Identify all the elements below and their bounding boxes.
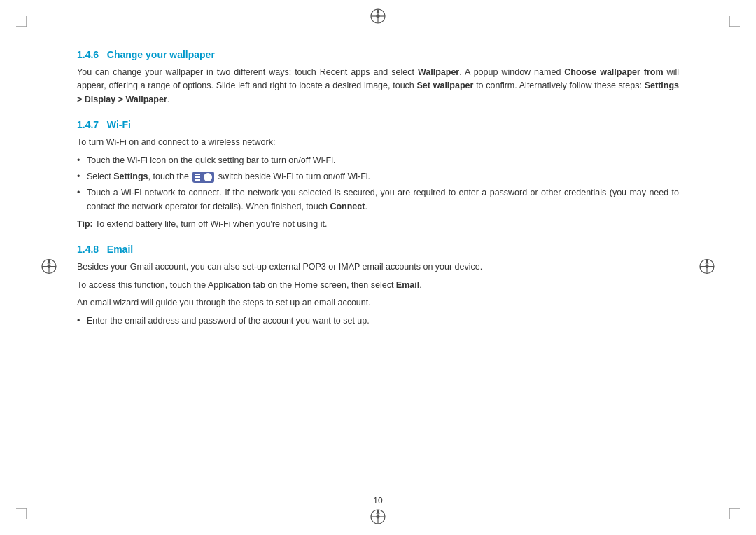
bullet-147-3-text: Touch a Wi-Fi network to connect. If the… — [87, 188, 679, 211]
toggle-bar-3 — [195, 179, 200, 181]
svg-point-23 — [706, 265, 708, 268]
section-148-body1: Besides your Gmail account, you can also… — [77, 260, 679, 274]
section-147-intro: To turn Wi-Fi on and connect to a wirele… — [77, 136, 679, 149]
section-148-body2: To access this function, touch the Appli… — [77, 279, 679, 292]
section-148: 1.4.8 Email Besides your Gmail account, … — [77, 244, 679, 328]
corner-mark-tl — [13, 13, 41, 41]
bullet-147-2-text: Select Settings, touch the switch beside… — [87, 172, 370, 181]
section-148-body3: An email wizard will guide you through t… — [77, 296, 679, 310]
compass-top — [368, 6, 388, 29]
toggle-bars — [195, 174, 200, 181]
corner-mark-br — [715, 494, 743, 522]
compass-bottom — [368, 506, 388, 529]
toggle-circle — [204, 173, 212, 181]
bullet-147-1-text: Touch the Wi-Fi icon on the quick settin… — [87, 155, 335, 165]
section-146-title: 1.4.6 Change your wallpaper — [77, 49, 679, 60]
section-148-bullets: Enter the email address and password of … — [77, 314, 679, 328]
corner-mark-tr — [715, 13, 743, 41]
section-146-number: 1.4.6 — [77, 49, 107, 60]
section-146-body: You can change your wallpaper in two dif… — [77, 66, 679, 106]
toggle-bar-2 — [195, 176, 200, 178]
bullet-148-1-text: Enter the email address and password of … — [87, 316, 370, 326]
svg-point-9 — [377, 15, 379, 18]
page: 1.4.6 Change your wallpaper You can chan… — [0, 0, 756, 535]
bullet-147-2: Select Settings, touch the switch beside… — [77, 170, 679, 183]
toggle-switch-icon — [192, 172, 214, 183]
content-area: 1.4.6 Change your wallpaper You can chan… — [77, 49, 679, 479]
section-147-bullets: Touch the Wi-Fi icon on the quick settin… — [77, 154, 679, 214]
section-148-number: 1.4.8 — [77, 244, 107, 255]
svg-point-16 — [48, 265, 50, 268]
section-146: 1.4.6 Change your wallpaper You can chan… — [77, 49, 679, 106]
section-147-title: 1.4.7 Wi-Fi — [77, 119, 679, 130]
bullet-148-1: Enter the email address and password of … — [77, 314, 679, 328]
toggle-bar-1 — [195, 174, 200, 175]
section-147: 1.4.7 Wi-Fi To turn Wi-Fi on and connect… — [77, 119, 679, 231]
page-number: 10 — [373, 496, 382, 506]
compass-left — [38, 256, 59, 279]
compass-right — [696, 256, 718, 279]
section-148-title: 1.4.8 Email — [77, 244, 679, 255]
corner-mark-bl — [13, 494, 41, 522]
bullet-147-1: Touch the Wi-Fi icon on the quick settin… — [77, 154, 679, 167]
section-147-number: 1.4.7 — [77, 119, 107, 130]
section-147-tip: Tip: To extend battery life, turn off Wi… — [77, 218, 679, 231]
svg-point-30 — [377, 515, 379, 518]
bullet-147-3: Touch a Wi-Fi network to connect. If the… — [77, 186, 679, 214]
